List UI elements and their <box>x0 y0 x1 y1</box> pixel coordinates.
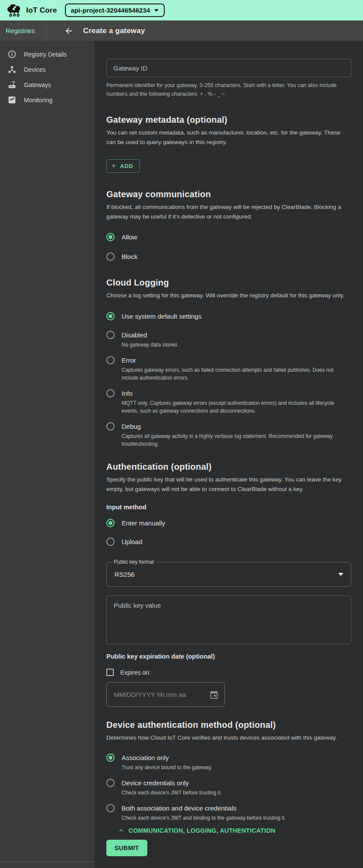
breadcrumb-registries[interactable]: Registries <box>0 27 46 34</box>
communication-heading: Gateway communication <box>106 188 351 200</box>
chevron-up-icon <box>118 827 125 834</box>
page-title: Create a gateway <box>83 27 145 35</box>
radio-device-credentials-only[interactable]: Device credentials only Check each devic… <box>106 778 351 797</box>
authentication-heading: Authentication (optional) <box>106 461 351 472</box>
back-arrow-icon[interactable] <box>64 26 74 36</box>
cloud-logging-heading: Cloud Logging <box>106 277 351 288</box>
radio-association-only[interactable]: Association only Trust any device bound … <box>106 753 351 771</box>
metadata-heading: Gateway metadata (optional) <box>106 114 351 125</box>
radio-use-system-default[interactable]: Use system default settings <box>106 312 351 321</box>
expires-on-checkbox-row[interactable]: Expires on: <box>106 669 351 676</box>
project-selector[interactable]: api-project-320446546234 <box>65 3 165 17</box>
submit-button[interactable]: SUBMIT <box>106 840 147 856</box>
radio-selected-icon <box>106 519 115 527</box>
expiration-date-field[interactable] <box>106 682 225 707</box>
sidebar-item-registry-details[interactable]: Registry Details <box>0 47 95 62</box>
sidebar-item-devices[interactable]: Devices <box>0 62 95 77</box>
radio-unselected-icon <box>106 331 115 339</box>
calendar-icon[interactable] <box>210 690 218 699</box>
radio-both-association-and-credentials[interactable]: Both association and device credentials … <box>106 804 351 822</box>
radio-unselected-icon <box>106 779 115 787</box>
radio-description: No gateway data stored. <box>122 341 178 349</box>
radio-block[interactable]: Block <box>106 252 351 261</box>
authentication-description: Specify the public key that will be used… <box>106 475 351 494</box>
checkbox-unchecked-icon[interactable] <box>106 669 114 676</box>
add-metadata-button[interactable]: + ADD <box>106 159 140 173</box>
device-hub-icon <box>7 65 17 74</box>
info-icon <box>7 50 17 59</box>
metadata-description: You can set custom metadata, such as man… <box>106 128 351 147</box>
radio-description: Check each device's JWT before trusting … <box>122 789 222 797</box>
public-key-value-textarea[interactable] <box>106 595 351 644</box>
toolbar: Registries Create a gateway <box>0 20 363 41</box>
radio-info[interactable]: Info MQTT only. Captures gateway errors … <box>106 389 351 415</box>
app-header: IoT Core api-project-320446546234 <box>0 0 363 20</box>
gateway-id-input[interactable] <box>106 59 351 77</box>
collapse-section-link[interactable]: COMMUNICATION, LOGGING, AUTHENTICATION <box>118 827 351 834</box>
sidebar-item-gateways[interactable]: Gateways <box>0 77 95 92</box>
sidebar: Registry Details Devices Gateways <box>0 41 95 868</box>
sidebar-item-monitoring[interactable]: Monitoring <box>0 92 95 108</box>
sidebar-item-label: Registry Details <box>24 51 67 58</box>
cloud-logging-description: Choose a log setting for this gateway. W… <box>106 291 351 300</box>
radio-description: Check each device's JWT and binding to t… <box>122 814 286 822</box>
radio-enter-manually[interactable]: Enter manually <box>106 518 351 528</box>
radio-unselected-icon <box>106 252 115 261</box>
radio-unselected-icon <box>106 538 115 546</box>
sidebar-item-label: Monitoring <box>24 97 52 104</box>
expiration-date-input[interactable] <box>114 691 210 698</box>
device-auth-heading: Device authentication method (optional) <box>106 719 351 730</box>
chevron-down-icon <box>338 573 343 576</box>
radio-allow[interactable]: Allow <box>106 232 351 242</box>
sidebar-item-label: Gateways <box>24 81 51 88</box>
add-button-label: ADD <box>120 163 133 169</box>
public-key-format-value: RS256 <box>115 571 135 578</box>
radio-unselected-icon <box>106 356 115 364</box>
monitoring-icon <box>7 95 17 104</box>
device-auth-description: Determines how Cloud IoT Core verifies a… <box>106 733 351 743</box>
radio-selected-icon <box>106 754 115 762</box>
radio-description: Captures all gateway activity in a highl… <box>122 432 351 448</box>
gateway-form: Permanent identifier for your gateway. 3… <box>95 41 363 868</box>
radio-selected-icon <box>106 233 115 241</box>
radio-debug[interactable]: Debug Captures all gateway activity in a… <box>106 422 351 448</box>
communication-description: If blocked, all communications from the … <box>106 202 351 222</box>
router-icon <box>7 80 17 89</box>
radio-description: MQTT only. Captures gateway errors (exce… <box>122 399 351 415</box>
expiration-date-label: Public key expiration date (optional) <box>106 653 351 660</box>
radio-unselected-icon <box>106 389 115 397</box>
collapse-link-label: COMMUNICATION, LOGGING, AUTHENTICATION <box>129 827 275 834</box>
chevron-down-icon <box>154 9 159 12</box>
app-title: IoT Core <box>26 6 57 15</box>
radio-description: Captures gateway errors, such as failed … <box>122 366 351 382</box>
radio-description: Trust any device bound to the gateway. <box>122 764 212 771</box>
input-method-label: Input method <box>106 504 351 511</box>
radio-error[interactable]: Error Captures gateway errors, such as f… <box>106 356 351 382</box>
public-key-format-select[interactable]: Public key format RS256 <box>106 562 351 587</box>
toolbar-divider <box>46 20 47 41</box>
create-gateway-page: IoT Core api-project-320446546234 Regist… <box>0 0 363 868</box>
radio-selected-icon <box>106 312 115 320</box>
public-key-format-label: Public key format <box>112 559 156 565</box>
radio-disabled[interactable]: Disabled No gateway data stored. <box>106 330 351 349</box>
gateway-id-helper: Permanent identifier for your gateway. 3… <box>106 81 351 98</box>
plus-icon: + <box>112 163 116 169</box>
sidebar-item-label: Devices <box>24 66 46 73</box>
iot-core-logo-icon <box>6 3 23 18</box>
radio-upload[interactable]: Upload <box>106 537 351 546</box>
radio-unselected-icon <box>106 422 115 431</box>
project-selector-value: api-project-320446546234 <box>71 7 150 14</box>
radio-unselected-icon <box>106 804 115 812</box>
